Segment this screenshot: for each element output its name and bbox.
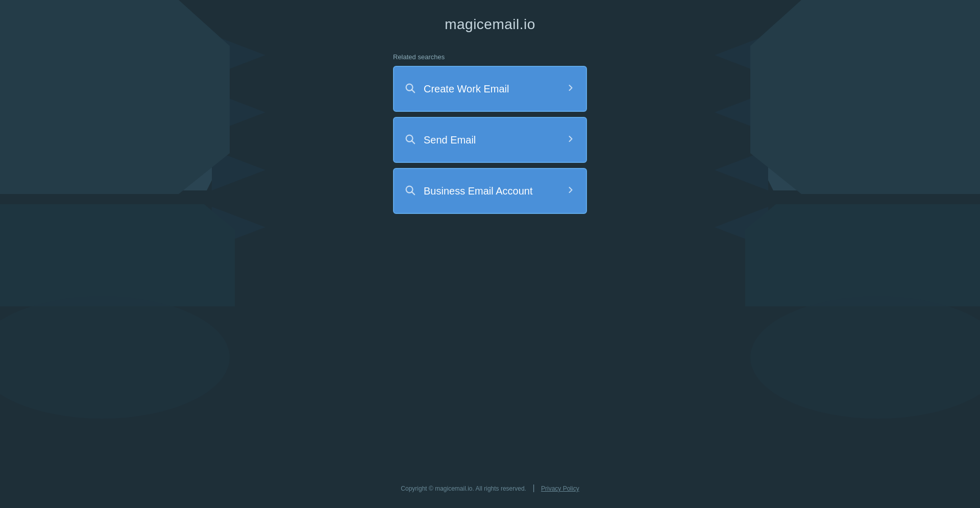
search-result-text-1: Create Work Email <box>424 83 509 95</box>
svg-line-5 <box>412 192 414 195</box>
search-result-business-email[interactable]: Business Email Account <box>393 168 587 214</box>
svg-line-3 <box>412 141 414 143</box>
search-result-text-2: Send Email <box>424 134 476 146</box>
bg-ellipse-left <box>0 296 230 419</box>
search-result-left-3: Business Email Account <box>404 184 532 198</box>
search-result-send-email[interactable]: Send Email <box>393 117 587 163</box>
search-result-text-3: Business Email Account <box>424 185 532 197</box>
search-result-left-1: Create Work Email <box>404 82 509 96</box>
search-icon-1 <box>404 82 415 96</box>
chevron-right-icon-3 <box>566 185 576 198</box>
svg-line-1 <box>412 90 414 92</box>
search-icon-2 <box>404 133 415 147</box>
search-icon-3 <box>404 184 415 198</box>
footer-separator: | <box>532 483 534 492</box>
chevron-right-icon-2 <box>566 134 576 147</box>
site-title: magicemail.io <box>445 16 535 33</box>
bg-ellipse-right <box>750 296 980 419</box>
search-result-left-2: Send Email <box>404 133 476 147</box>
related-searches-wrapper: Related searches Create Work Email <box>393 53 587 214</box>
bg-corner-left-bottom <box>0 204 235 306</box>
footer: Copyright © magicemail.io. All rights re… <box>0 483 980 493</box>
search-results-container: Create Work Email S <box>393 66 587 214</box>
chevron-right-icon-1 <box>566 83 576 95</box>
search-result-create-work-email[interactable]: Create Work Email <box>393 66 587 112</box>
main-content: magicemail.io Related searches Create Wo… <box>0 0 980 214</box>
bg-corner-right-bottom <box>745 204 980 306</box>
footer-copyright: Copyright © magicemail.io. All rights re… <box>401 485 526 492</box>
footer-privacy-policy[interactable]: Privacy Policy <box>541 485 579 492</box>
related-searches-label: Related searches <box>393 53 445 61</box>
